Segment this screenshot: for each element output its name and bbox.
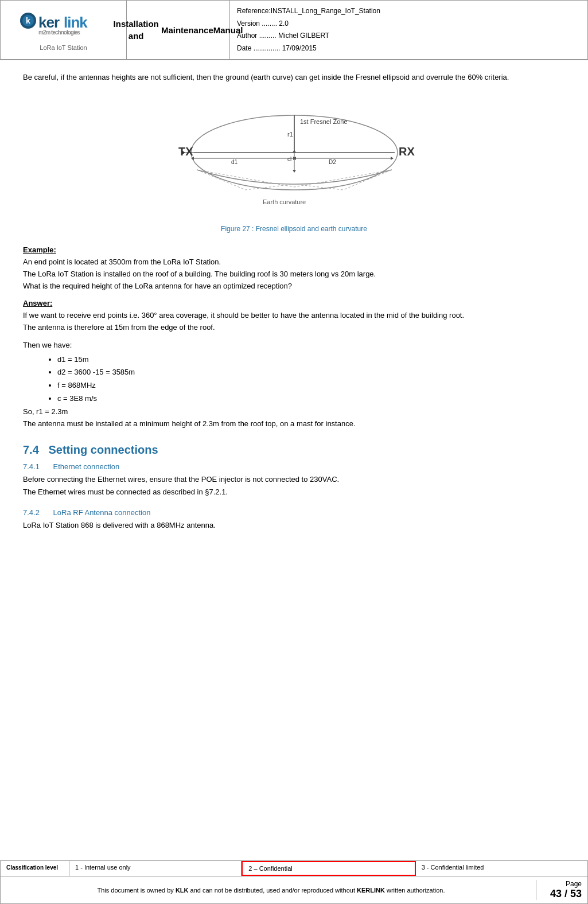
- meta-date: Date .............. 17/09/2015: [237, 42, 581, 55]
- section-742: 7.4.2 LoRa RF Antenna connection LoRa Io…: [23, 508, 565, 532]
- answer-section: Answer: If we want to receive end points…: [23, 298, 565, 333]
- svg-text:Earth curvature: Earth curvature: [263, 198, 306, 205]
- section-741-title: 7.4.1 Ethernet connection: [23, 462, 565, 471]
- intro-paragraph: Be careful, if the antennas heights are …: [23, 72, 565, 84]
- then-we-have-section: Then we have: d1 = 15m d2 = 3600 -15 = 3…: [23, 340, 565, 430]
- main-content: Be careful, if the antennas heights are …: [0, 60, 588, 860]
- figure-27: TX RX r1 1st Fresnel Zone cl d1 D2: [23, 95, 565, 233]
- footer-legal-row: This document is owned by KLK and can no…: [1, 876, 587, 903]
- page-header: k ker link m2m technologies LoRa IoT Sta…: [0, 0, 588, 60]
- svg-text:ker: ker: [38, 14, 60, 31]
- answer-line2: The antenna is therefore at 15m from the…: [23, 322, 565, 334]
- conclusion1: So, r1 = 2.3m: [23, 406, 565, 418]
- figure-caption: Figure 27 : Fresnel ellipsoid and earth …: [221, 225, 367, 233]
- svg-text:r1: r1: [287, 131, 293, 138]
- svg-text:D2: D2: [329, 159, 336, 165]
- answer-label: Answer:: [23, 299, 52, 307]
- example-section: Example: An end point is located at 3500…: [23, 244, 565, 292]
- example-line2: The LoRa IoT Station is installed on the…: [23, 268, 565, 280]
- section-74-heading: 7.4 Setting connections: [23, 443, 565, 457]
- footer-conf2: 2 – Confidential: [242, 861, 415, 876]
- logo-section: k ker link m2m technologies LoRa IoT Sta…: [1, 1, 127, 59]
- meta-author: Author ......... Michel GILBERT: [237, 30, 581, 42]
- document-meta: Reference:INSTALL_Long_Range_IoT_Station…: [230, 1, 587, 59]
- list-item: c = 3E8 m/s: [57, 393, 565, 405]
- svg-marker-22: [293, 170, 296, 173]
- conclusion2: The antenna must be installed at a minim…: [23, 418, 565, 430]
- section-741-line2: The Ethernet wires must be connected as …: [23, 486, 565, 498]
- then-intro: Then we have:: [23, 340, 565, 352]
- footer-page: Page 43 / 53: [536, 880, 582, 900]
- section-741: 7.4.1 Ethernet connection Before connect…: [23, 462, 565, 498]
- svg-text:1st Fresnel Zone: 1st Fresnel Zone: [300, 118, 348, 125]
- example-line3: What is the required height of the LoRa …: [23, 280, 565, 293]
- section-74-title: 7.4 Setting connections: [23, 443, 565, 457]
- page-footer: Classification level 1 - Internal use on…: [0, 860, 588, 904]
- list-item: f = 868MHz: [57, 380, 565, 392]
- example-line1: An end point is located at 3500m from th…: [23, 256, 565, 268]
- footer-classification-row: Classification level 1 - Internal use on…: [1, 861, 587, 876]
- answer-line1: If we want to receive end points i.e. 36…: [23, 310, 565, 322]
- svg-text:TX: TX: [178, 145, 193, 158]
- logo-subtitle: LoRa IoT Station: [40, 44, 87, 51]
- section-741-line1: Before connecting the Ethernet wires, en…: [23, 473, 565, 486]
- document-title: Installation and MaintenanceManual: [127, 1, 230, 59]
- svg-marker-21: [293, 150, 296, 153]
- section-742-line1: LoRa IoT Station 868 is delivered with a…: [23, 519, 565, 532]
- svg-marker-28: [391, 157, 394, 160]
- kerlink-logo: k ker link m2m technologies: [18, 9, 110, 41]
- bullet-list: d1 = 15m d2 = 3600 -15 = 3585m f = 868MH…: [57, 354, 565, 405]
- svg-text:RX: RX: [399, 145, 415, 158]
- section-742-title: 7.4.2 LoRa RF Antenna connection: [23, 508, 565, 517]
- svg-text:link: link: [64, 14, 88, 31]
- svg-text:d1: d1: [231, 159, 238, 165]
- list-item: d1 = 15m: [57, 354, 565, 366]
- svg-text:m2m technologies: m2m technologies: [38, 29, 80, 36]
- meta-version: Version ........ 2.0: [237, 18, 581, 30]
- footer-classification-label: Classification level: [1, 861, 69, 876]
- footer-conf3: 3 - Confidential limited: [416, 861, 587, 876]
- fresnel-diagram: TX RX r1 1st Fresnel Zone cl d1 D2: [162, 95, 426, 221]
- example-label: Example:: [23, 246, 56, 254]
- meta-reference: Reference:INSTALL_Long_Range_IoT_Station: [237, 5, 581, 18]
- svg-text:cl: cl: [287, 156, 291, 162]
- list-item: d2 = 3600 -15 = 3585m: [57, 367, 565, 379]
- footer-conf1: 1 - Internal use only: [69, 861, 242, 876]
- footer-legal-text: This document is owned by KLK and can no…: [6, 887, 536, 894]
